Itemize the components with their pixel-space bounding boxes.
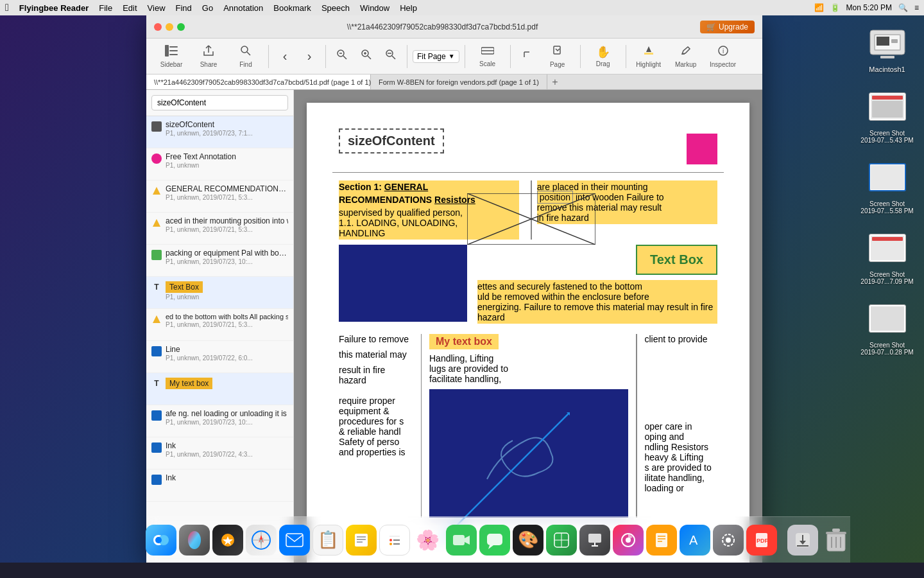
tab-1[interactable]: \\**21a4462309f79052cab998330df3d7ca7bcb… <box>146 74 371 89</box>
item-color-indicator: T <box>151 282 162 292</box>
finder-item-macintosh1[interactable]: Macintosh1 <box>867 22 908 73</box>
add-tab-button[interactable]: + <box>547 74 563 89</box>
menu-speech[interactable]: Speech <box>321 3 350 13</box>
dock-item-sysprefs[interactable] <box>713 523 744 557</box>
highlight-button[interactable]: Highlight <box>631 41 666 72</box>
blue-textbox-row: Text Box ettes and securely fastened to … <box>339 245 717 324</box>
dock-item-numbers[interactable] <box>546 523 577 557</box>
vertical-separator <box>531 180 532 240</box>
sidebar-button[interactable]: Sidebar <box>154 41 189 72</box>
apple-menu[interactable]:  <box>5 2 9 13</box>
prev-page-button[interactable] <box>516 41 538 72</box>
menu-edit[interactable]: Edit <box>123 3 137 13</box>
dock-item-reminders[interactable] <box>379 523 410 557</box>
fullscreen-button[interactable] <box>177 23 185 31</box>
menu-window[interactable]: Window <box>360 3 389 13</box>
dock-item-ibooks[interactable] <box>646 523 677 557</box>
list-item[interactable]: packing or equipment Pal with bolts All … <box>146 245 293 277</box>
markup-button[interactable]: Markup <box>669 41 703 72</box>
item-content: afe ng. nel loading or unloading it is t… <box>166 409 288 426</box>
zoom-out-button[interactable] <box>331 41 353 72</box>
traffic-lights <box>154 23 185 31</box>
dock-item-appstore[interactable]: A <box>680 523 710 557</box>
dock-item-keynote[interactable] <box>579 523 610 557</box>
svg-line-15 <box>392 56 395 59</box>
pdf-viewer[interactable]: sizeOfContent Section 1: GENERAL RE <box>294 90 762 563</box>
share-button[interactable]: Share <box>191 41 226 72</box>
finder-item-screenshot4[interactable]: Screen Shot2019-07...0.28 PM <box>860 298 913 356</box>
search-icon[interactable]: 🔍 <box>898 3 908 12</box>
list-item[interactable]: sizeOfContent P1, unknwn, 2019/07/23, 7:… <box>146 116 293 148</box>
list-item[interactable]: Ink <box>146 469 293 502</box>
dock-item-itunes[interactable] <box>613 523 644 557</box>
list-item[interactable]: GENERAL RECOMMENDATIONS Re... P1, unknwn… <box>146 180 293 213</box>
menu-help[interactable]: Help <box>400 3 417 13</box>
dock-item-trash[interactable] <box>821 523 851 557</box>
ibooks-icon <box>646 525 677 556</box>
upgrade-button[interactable]: 🛒 Upgrade <box>700 21 755 33</box>
dock-item-siri[interactable] <box>179 523 210 557</box>
tab-2[interactable]: Form W-8BEN for foreign vendors.pdf (pag… <box>371 74 547 89</box>
dock-item-pdf-expert[interactable]: PDF <box>746 523 777 557</box>
svg-point-54 <box>389 539 392 541</box>
menu-annotation[interactable]: Annotation <box>223 3 263 13</box>
dock-item-launchpad[interactable] <box>212 523 243 557</box>
list-item[interactable]: Free Text Annotation P1, unknwn <box>146 148 293 180</box>
dock-item-mail[interactable] <box>279 523 310 557</box>
menu-view[interactable]: View <box>148 3 166 13</box>
search-input[interactable] <box>151 95 288 110</box>
drag-button[interactable]: ✋ Drag <box>586 41 620 72</box>
item-title: ed to the bottom with bolts All packing … <box>166 313 288 320</box>
next-page-button[interactable]: Page <box>540 41 575 72</box>
forward-button[interactable]: › <box>298 41 320 72</box>
fit-page-dropdown[interactable]: Fit Page ▼ <box>413 50 459 63</box>
menu-go[interactable]: Go <box>202 3 213 13</box>
finder-item-screenshot3[interactable]: Screen Shot2019-07...7.09 PM <box>860 227 913 285</box>
list-item[interactable]: Line P1, unknwn, 2019/07/22, 6:0... <box>146 341 293 373</box>
zoom-in-button[interactable] <box>355 41 377 72</box>
list-item[interactable]: afe ng. nel loading or unloading it is t… <box>146 405 293 437</box>
inspector-button[interactable]: i Inspector <box>706 41 740 72</box>
dock-item-sketchbook[interactable]: 🎨 <box>513 523 543 557</box>
menu-file[interactable]: File <box>99 3 112 13</box>
list-item[interactable]: T Text Box P1, unknwn <box>146 277 293 309</box>
menubar:  Flyingbee Reader File Edit View Find G… <box>0 0 924 15</box>
back-icon: ‹ <box>283 49 287 64</box>
dock-item-messages[interactable] <box>479 523 510 557</box>
dock-item-finder[interactable] <box>146 523 176 557</box>
notes-icon <box>346 525 377 556</box>
item-color-indicator <box>151 442 162 453</box>
forward-icon: › <box>307 49 312 64</box>
launchpad-icon <box>212 525 243 556</box>
menu-bookmark[interactable]: Bookmark <box>273 3 311 13</box>
toolbar-sep5 <box>510 45 511 68</box>
dock-item-notes[interactable] <box>346 523 377 557</box>
markup-label: Markup <box>675 61 696 68</box>
zoom-scale-button[interactable]: Scale <box>470 41 505 72</box>
close-button[interactable] <box>154 23 162 31</box>
menu-find[interactable]: Find <box>176 3 192 13</box>
reminders-icon <box>379 525 410 556</box>
dock-item-facetime[interactable] <box>446 523 477 557</box>
dock-item-safari[interactable] <box>246 523 277 557</box>
finder-item-screenshot1[interactable]: Screen Shot2019-07...5.43 PM <box>860 86 913 144</box>
back-button[interactable]: ‹ <box>274 41 296 72</box>
toolbar-sep6 <box>580 45 581 68</box>
svg-rect-70 <box>656 533 667 547</box>
highlight-label: Highlight <box>636 61 661 68</box>
finder-item-screenshot2[interactable]: Screen Shot2019-07...5.58 PM <box>860 157 913 215</box>
list-item[interactable]: aced in their mounting position into woo… <box>146 213 293 245</box>
find-button[interactable]: Find <box>228 41 263 72</box>
dock-item-downloads[interactable] <box>787 523 818 557</box>
item-color-indicator <box>151 153 162 164</box>
minimize-button[interactable] <box>166 23 173 31</box>
list-item[interactable]: ed to the bottom with bolts All packing … <box>146 309 293 341</box>
list-item[interactable]: T My text box <box>146 373 293 405</box>
dock-item-app1[interactable]: 📋 <box>312 523 343 557</box>
app-name[interactable]: Flyingbee Reader <box>19 3 89 13</box>
dock-item-photos[interactable]: 🌸 <box>413 523 443 557</box>
zoom-fit-button[interactable] <box>380 41 402 72</box>
toolbar-sep3 <box>407 45 407 68</box>
list-item[interactable]: Ink P1, unknwn, 2019/07/22, 4:3... <box>146 437 293 469</box>
control-strip-icon[interactable]: ≡ <box>914 3 919 12</box>
